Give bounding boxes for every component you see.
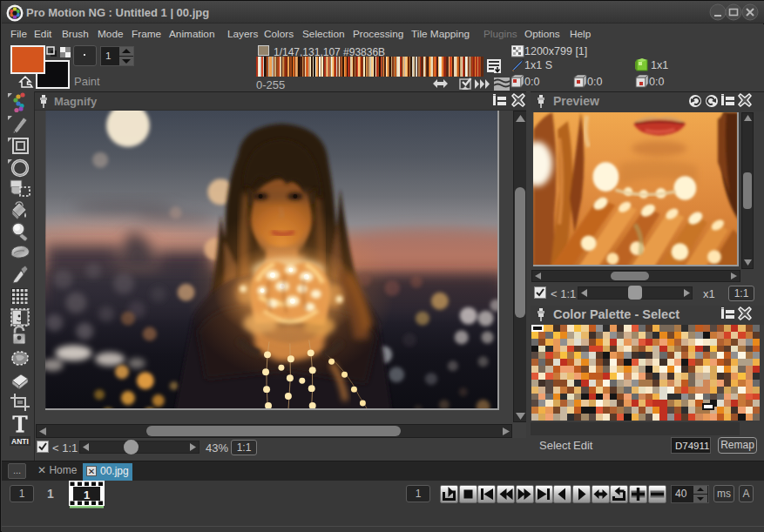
svg-text:1: 1 bbox=[84, 488, 90, 502]
svg-text:ANTI: ANTI bbox=[11, 437, 29, 446]
